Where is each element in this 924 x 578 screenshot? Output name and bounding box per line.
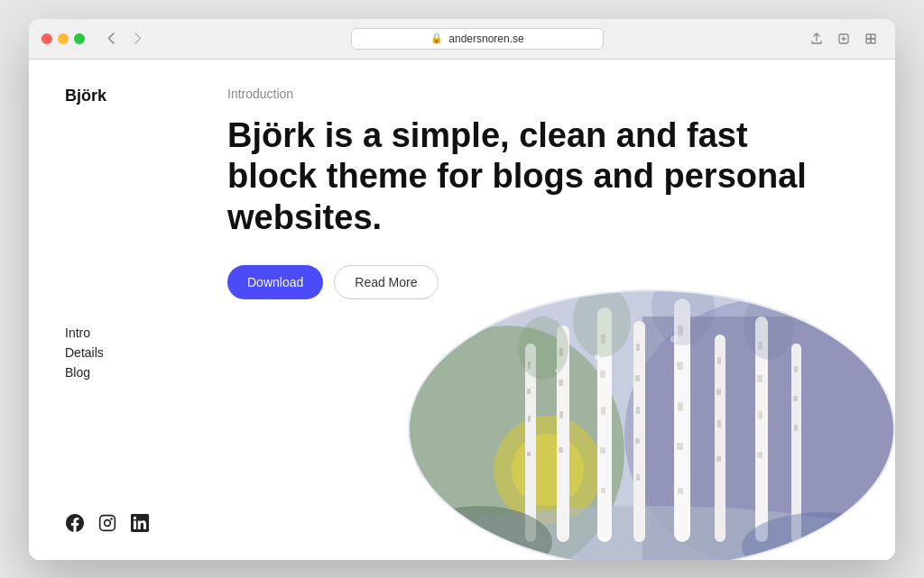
- svg-rect-1: [866, 34, 871, 39]
- svg-rect-31: [600, 447, 605, 454]
- traffic-lights: [42, 33, 85, 44]
- svg-rect-41: [677, 362, 683, 370]
- svg-point-61: [651, 271, 715, 345]
- svg-point-59: [518, 317, 568, 380]
- hero-heading: Björk is a simple, clean and fast block …: [227, 115, 823, 239]
- svg-rect-32: [601, 488, 605, 493]
- svg-point-65: [595, 354, 600, 360]
- back-button[interactable]: [99, 29, 123, 49]
- svg-rect-33: [633, 321, 645, 542]
- svg-rect-37: [635, 438, 640, 444]
- nav-links: Intro Details Blog: [65, 326, 173, 380]
- svg-rect-2: [871, 34, 875, 39]
- browser-controls: [99, 29, 150, 49]
- svg-rect-34: [636, 344, 640, 351]
- url-text: andersnoren.se: [448, 32, 523, 45]
- svg-point-13: [512, 434, 584, 506]
- facebook-icon[interactable]: [65, 513, 85, 533]
- browser-window: 🔒 andersnoren.se: [29, 19, 895, 560]
- svg-rect-29: [600, 371, 605, 378]
- address-bar-container: 🔒 andersnoren.se: [159, 28, 796, 50]
- svg-rect-54: [757, 452, 762, 458]
- svg-rect-20: [528, 416, 531, 422]
- svg-rect-26: [559, 447, 563, 453]
- svg-point-62: [744, 291, 794, 360]
- minimize-button[interactable]: [58, 33, 69, 44]
- svg-rect-21: [527, 452, 531, 456]
- nav-item-blog[interactable]: Blog: [65, 365, 173, 380]
- maximize-button[interactable]: [74, 33, 85, 44]
- svg-rect-5: [100, 515, 116, 530]
- svg-rect-52: [757, 375, 762, 382]
- svg-rect-44: [678, 488, 683, 494]
- svg-rect-48: [717, 420, 721, 427]
- sidebar: Björk Intro Details Blog: [29, 60, 209, 560]
- download-button[interactable]: Download: [227, 265, 323, 299]
- social-icons: [65, 495, 173, 533]
- svg-rect-47: [716, 389, 721, 395]
- svg-rect-25: [559, 411, 563, 418]
- instagram-icon[interactable]: [97, 513, 117, 533]
- svg-rect-30: [601, 407, 605, 415]
- browser-actions: [805, 29, 882, 49]
- svg-rect-36: [636, 407, 640, 414]
- svg-rect-57: [793, 396, 798, 401]
- forward-button[interactable]: [126, 29, 150, 49]
- svg-point-66: [670, 335, 678, 343]
- svg-rect-43: [677, 443, 683, 450]
- svg-rect-49: [716, 456, 721, 462]
- svg-rect-38: [636, 474, 640, 481]
- svg-rect-45: [715, 335, 725, 542]
- address-bar[interactable]: 🔒 andersnoren.se: [351, 28, 604, 50]
- linkedin-icon[interactable]: [130, 513, 150, 533]
- main-area: Introduction Björk is a simple, clean an…: [209, 60, 895, 560]
- svg-rect-24: [559, 380, 563, 386]
- intro-label: Introduction: [227, 87, 859, 101]
- new-tab-button[interactable]: [832, 29, 855, 49]
- lock-icon: 🔒: [430, 32, 443, 44]
- svg-rect-4: [871, 39, 875, 43]
- svg-point-67: [555, 369, 559, 372]
- browser-chrome: 🔒 andersnoren.se: [29, 19, 895, 60]
- svg-rect-53: [758, 411, 762, 419]
- close-button[interactable]: [42, 33, 52, 44]
- svg-rect-35: [635, 375, 640, 381]
- svg-point-7: [110, 518, 113, 520]
- nav-item-details[interactable]: Details: [65, 345, 173, 360]
- share-button[interactable]: [805, 29, 828, 49]
- svg-rect-55: [791, 344, 801, 542]
- nav-item-intro[interactable]: Intro: [65, 326, 173, 340]
- site-logo[interactable]: Björk: [65, 87, 173, 106]
- svg-rect-56: [794, 366, 798, 372]
- page-content: Björk Intro Details Blog: [29, 60, 895, 560]
- svg-rect-19: [527, 389, 531, 394]
- svg-rect-42: [678, 402, 683, 411]
- forest-illustration: [390, 271, 895, 560]
- svg-rect-58: [794, 425, 798, 431]
- tabs-button[interactable]: [859, 29, 882, 49]
- svg-rect-3: [866, 39, 871, 43]
- svg-rect-46: [717, 357, 721, 364]
- svg-point-6: [105, 519, 111, 526]
